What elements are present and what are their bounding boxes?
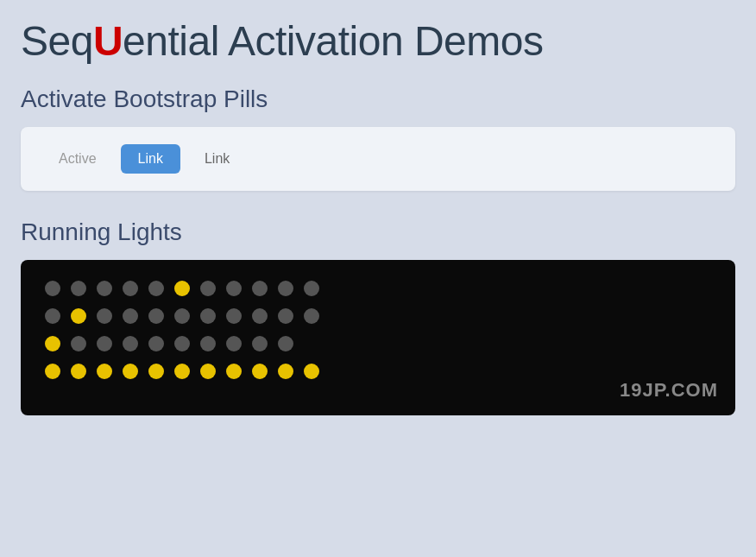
pills-container: Active Link Link (21, 127, 735, 191)
dot (97, 336, 112, 351)
dot (226, 281, 242, 296)
watermark: 19JP.COM (620, 379, 718, 402)
dot-active (71, 308, 86, 324)
title-highlight: U (93, 18, 123, 64)
dot (252, 281, 268, 296)
dot-active (278, 364, 293, 379)
dot (97, 281, 112, 296)
lights-section-title: Running Lights (21, 218, 735, 246)
dot (252, 336, 268, 351)
dot (200, 308, 216, 324)
pills-section-title: Activate Bootstrap Pills (21, 85, 735, 113)
title-suffix: ential Activation Demos (123, 18, 543, 64)
dot-active (200, 364, 216, 379)
dot (278, 336, 293, 351)
dot (278, 308, 293, 324)
dot-active (45, 336, 60, 351)
lights-row (45, 308, 711, 324)
dot (304, 308, 319, 324)
dot (45, 281, 60, 296)
dot (200, 336, 216, 351)
dot (71, 281, 86, 296)
dot (174, 336, 190, 351)
dot-active (97, 364, 112, 379)
lights-wrapper: 19JP.COM (21, 260, 735, 415)
dot-active (252, 364, 268, 379)
dot (174, 308, 190, 324)
dot (148, 336, 164, 351)
lights-row (45, 336, 711, 351)
dot (226, 308, 242, 324)
dot-active (45, 364, 60, 379)
dot (226, 336, 242, 351)
dot (148, 308, 164, 324)
dot (278, 281, 293, 296)
lights-row (45, 364, 711, 379)
running-lights-section: Running Lights (21, 218, 735, 415)
dot-active (71, 364, 86, 379)
dot-active (123, 364, 138, 379)
dot (97, 308, 112, 324)
dot-active (226, 364, 242, 379)
dot (45, 308, 60, 324)
dot-active (148, 364, 164, 379)
dot-active (174, 281, 190, 296)
dot-active (304, 364, 319, 379)
pill-active-label[interactable]: Active (41, 144, 114, 174)
dot (252, 308, 268, 324)
lights-row (45, 281, 711, 296)
dot-active (174, 364, 190, 379)
dot (304, 281, 319, 296)
page-title: SeqUential Activation Demos (21, 17, 735, 65)
pill-link-inactive[interactable]: Link (187, 144, 247, 174)
title-prefix: Seq (21, 18, 93, 64)
pill-link-active[interactable]: Link (121, 144, 180, 174)
dot (123, 281, 138, 296)
dot (148, 281, 164, 296)
dot (200, 281, 216, 296)
dot (71, 336, 86, 351)
dot (123, 336, 138, 351)
dot (123, 308, 138, 324)
